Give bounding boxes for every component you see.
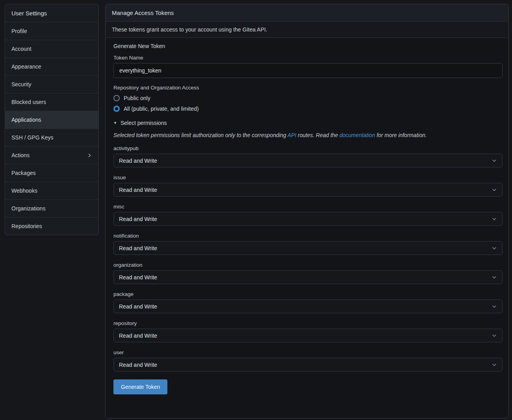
select-permissions-toggle[interactable]: ▼ Select permissions — [113, 119, 503, 127]
sidebar-item[interactable]: SSH / GPG Keys — [5, 128, 98, 146]
scope-selects: activitypub Read and Write issue Read an… — [113, 145, 503, 372]
scope-name-label: organization — [113, 262, 503, 268]
chevron-down-icon — [492, 275, 497, 280]
generate-token-button[interactable]: Generate Token — [113, 379, 167, 394]
scope-permission-select[interactable]: Read and Write — [113, 241, 503, 255]
sidebar-item-label: Packages — [11, 170, 35, 176]
user-settings-sidebar: User Settings Profile Account Appearance… — [5, 4, 99, 235]
scope-name-label: notification — [113, 233, 503, 239]
sidebar-item[interactable]: Actions — [5, 146, 98, 164]
note-text: for more information. — [375, 132, 427, 138]
scope-name-label: user — [113, 349, 503, 355]
sidebar-item-label: Account — [11, 46, 32, 52]
sidebar-item-label: Security — [11, 81, 32, 87]
chevron-down-icon — [492, 333, 497, 338]
manage-access-tokens-panel: Manage Access Tokens These tokens grant … — [105, 4, 509, 418]
panel-description: These tokens grant access to your accoun… — [106, 22, 508, 38]
sidebar-title: User Settings — [5, 4, 98, 22]
scope-group: user Read and Write — [113, 349, 503, 372]
scope-permission-select[interactable]: Read and Write — [113, 154, 503, 167]
page: User Settings Profile Account Appearance… — [0, 0, 512, 418]
section-title: Generate New Token — [113, 43, 503, 49]
sidebar-item[interactable]: Webhooks — [5, 182, 98, 199]
scope-group: misc Read and Write — [113, 204, 503, 226]
scope-permission-value: Read and Write — [119, 362, 157, 368]
scope-permission-value: Read and Write — [119, 274, 157, 281]
chevron-down-icon — [492, 216, 497, 222]
generate-token-form: Generate New Token Token Name Repository… — [106, 38, 508, 418]
scope-group: repository Read and Write — [113, 320, 503, 342]
sidebar-item-label: SSH / GPG Keys — [11, 134, 54, 141]
chevron-down-icon — [492, 187, 497, 193]
sidebar-item-label: Applications — [11, 117, 41, 123]
scope-name-label: package — [113, 291, 503, 297]
scope-permission-value: Read and Write — [119, 245, 157, 251]
sidebar-item[interactable]: Blocked users — [5, 93, 98, 111]
scope-permission-select[interactable]: Read and Write — [113, 329, 503, 342]
sidebar-item[interactable]: Account — [5, 40, 98, 58]
documentation-link[interactable]: documentation — [339, 132, 375, 138]
scope-permission-select[interactable]: Read and Write — [113, 299, 503, 313]
scope-permission-value: Read and Write — [119, 216, 157, 222]
sidebar-item-label: Appearance — [11, 63, 41, 70]
scope-permission-value: Read and Write — [119, 187, 157, 193]
scope-name-label: activitypub — [113, 145, 503, 151]
radio-icon — [113, 106, 120, 112]
scope-group: activitypub Read and Write — [113, 145, 503, 167]
chevron-down-icon — [492, 304, 497, 309]
sidebar-item-label: Blocked users — [11, 99, 46, 105]
note-text: routes. Read the — [296, 132, 339, 138]
sidebar-item-label: Repositories — [11, 223, 42, 229]
access-radio-option[interactable]: Public only — [113, 94, 503, 102]
scope-permission-value: Read and Write — [119, 333, 157, 339]
sidebar-item-label: Profile — [11, 28, 27, 34]
scope-permission-select[interactable]: Read and Write — [113, 358, 503, 372]
access-scope-label: Repository and Organization Access — [113, 85, 503, 91]
chevron-down-icon — [492, 245, 497, 251]
scope-group: organization Read and Write — [113, 262, 503, 284]
scope-group: package Read and Write — [113, 291, 503, 313]
select-permissions-label: Select permissions — [121, 120, 167, 126]
sidebar-menu: Profile Account Appearance Security Bloc… — [5, 22, 98, 235]
scope-group: issue Read and Write — [113, 175, 503, 197]
api-link[interactable]: API — [288, 132, 296, 138]
sidebar-item-label: Webhooks — [11, 188, 37, 194]
sidebar-item[interactable]: Repositories — [5, 217, 98, 235]
access-radio-option[interactable]: All (public, private, and limited) — [113, 104, 503, 113]
permissions-note: Selected token permissions limit authori… — [113, 132, 503, 138]
sidebar-item-label: Actions — [11, 152, 30, 158]
sidebar-item[interactable]: Packages — [5, 164, 98, 182]
sidebar-item-label: Organizations — [11, 205, 45, 212]
chevron-down-icon — [492, 158, 497, 164]
triangle-down-icon: ▼ — [113, 121, 117, 125]
access-radio-group: Public only All (public, private, and li… — [113, 94, 503, 113]
scope-group: notification Read and Write — [113, 233, 503, 255]
scope-permission-value: Read and Write — [119, 158, 157, 164]
sidebar-item[interactable]: Organizations — [5, 199, 98, 217]
scope-name-label: misc — [113, 204, 503, 210]
panel-title: Manage Access Tokens — [106, 4, 508, 22]
scope-name-label: issue — [113, 175, 503, 180]
chevron-down-icon — [492, 362, 497, 368]
chevron-right-icon — [87, 153, 92, 158]
scope-permission-value: Read and Write — [119, 303, 157, 310]
scope-permission-select[interactable]: Read and Write — [113, 270, 503, 284]
note-text: Selected token permissions limit authori… — [113, 132, 288, 138]
scope-name-label: repository — [113, 320, 503, 326]
token-name-label: Token Name — [113, 55, 503, 61]
sidebar-item[interactable]: Applications — [5, 111, 98, 128]
radio-icon — [113, 95, 120, 101]
radio-label: Public only — [124, 95, 150, 101]
sidebar-item[interactable]: Security — [5, 75, 98, 93]
token-name-input[interactable] — [113, 63, 503, 78]
radio-label: All (public, private, and limited) — [124, 106, 199, 112]
scope-permission-select[interactable]: Read and Write — [113, 183, 503, 197]
sidebar-item[interactable]: Profile — [5, 22, 98, 40]
sidebar-item[interactable]: Appearance — [5, 58, 98, 75]
scope-permission-select[interactable]: Read and Write — [113, 212, 503, 226]
